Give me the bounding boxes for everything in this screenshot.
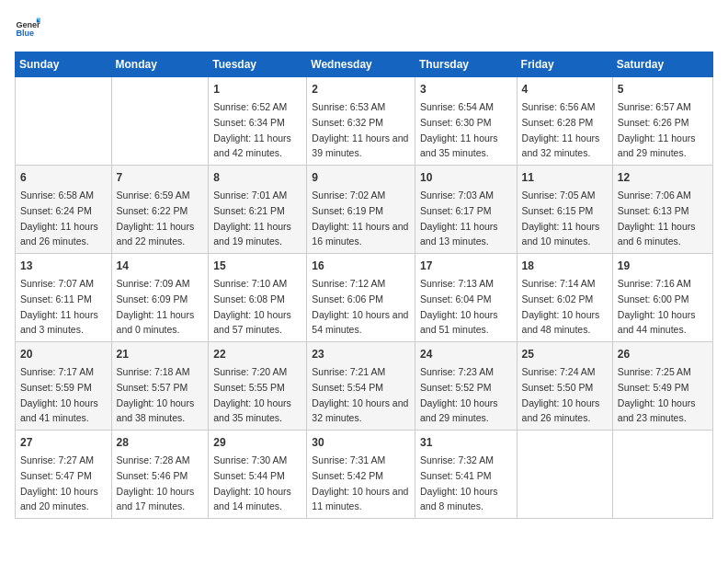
sunrise-text: Sunrise: 7:27 AM: [20, 454, 94, 465]
calendar-cell: 29Sunrise: 7:30 AMSunset: 5:44 PMDayligh…: [209, 431, 307, 519]
day-number: 7: [117, 169, 204, 186]
day-number: 24: [420, 346, 512, 362]
daylight-text: Daylight: 11 hours and 35 minutes.: [420, 132, 498, 159]
sunrise-text: Sunrise: 7:16 AM: [618, 278, 691, 289]
calendar-cell: 20Sunrise: 7:17 AMSunset: 5:59 PMDayligh…: [16, 342, 112, 431]
sunrise-text: Sunrise: 6:56 AM: [522, 101, 596, 112]
sunrise-text: Sunrise: 7:01 AM: [213, 190, 287, 201]
calendar-cell: 23Sunrise: 7:21 AMSunset: 5:54 PMDayligh…: [307, 342, 415, 431]
calendar-cell: 17Sunrise: 7:13 AMSunset: 6:04 PMDayligh…: [415, 254, 517, 342]
day-number: 28: [117, 434, 204, 451]
day-number: 9: [312, 169, 410, 186]
sunrise-text: Sunrise: 7:21 AM: [312, 366, 385, 377]
day-number: 31: [420, 434, 512, 451]
sunrise-text: Sunrise: 7:13 AM: [420, 278, 494, 289]
daylight-text: Daylight: 11 hours and 39 minutes.: [312, 132, 408, 159]
daylight-text: Daylight: 10 hours and 48 minutes.: [522, 309, 600, 336]
day-header-sunday: Sunday: [16, 52, 112, 77]
day-number: 11: [522, 169, 608, 186]
day-header-saturday: Saturday: [612, 52, 712, 77]
sunrise-text: Sunrise: 7:24 AM: [522, 366, 596, 377]
sunrise-text: Sunrise: 7:17 AM: [20, 366, 94, 377]
calendar-cell: [612, 431, 712, 519]
sunrise-text: Sunrise: 7:14 AM: [522, 278, 596, 289]
sunrise-text: Sunrise: 7:03 AM: [420, 190, 494, 201]
calendar-cell: 12Sunrise: 7:06 AMSunset: 6:13 PMDayligh…: [612, 166, 712, 254]
sunset-text: Sunset: 6:32 PM: [312, 117, 383, 128]
sunset-text: Sunset: 6:30 PM: [420, 117, 492, 128]
sunrise-text: Sunrise: 7:18 AM: [117, 366, 190, 377]
daylight-text: Daylight: 10 hours and 41 minutes.: [20, 397, 98, 424]
calendar-cell: 9Sunrise: 7:02 AMSunset: 6:19 PMDaylight…: [307, 166, 415, 254]
calendar-cell: 11Sunrise: 7:05 AMSunset: 6:15 PMDayligh…: [517, 166, 612, 254]
sunset-text: Sunset: 6:11 PM: [20, 293, 92, 304]
sunset-text: Sunset: 5:46 PM: [117, 470, 188, 481]
sunset-text: Sunset: 5:55 PM: [213, 382, 285, 393]
day-header-monday: Monday: [111, 52, 209, 77]
daylight-text: Daylight: 11 hours and 32 minutes.: [522, 132, 600, 159]
daylight-text: Daylight: 10 hours and 44 minutes.: [618, 309, 696, 336]
daylight-text: Daylight: 10 hours and 29 minutes.: [420, 397, 498, 424]
sunset-text: Sunset: 5:52 PM: [420, 382, 492, 393]
calendar-header-row: SundayMondayTuesdayWednesdayThursdayFrid…: [16, 52, 713, 77]
calendar-cell: 7Sunrise: 6:59 AMSunset: 6:22 PMDaylight…: [111, 166, 209, 254]
day-number: 30: [312, 434, 410, 451]
day-number: 23: [312, 346, 410, 362]
calendar-cell: 13Sunrise: 7:07 AMSunset: 6:11 PMDayligh…: [16, 254, 112, 342]
sunset-text: Sunset: 6:24 PM: [20, 205, 92, 216]
day-number: 4: [522, 81, 608, 98]
day-number: 8: [213, 169, 301, 186]
day-header-tuesday: Tuesday: [209, 52, 307, 77]
sunset-text: Sunset: 6:13 PM: [618, 205, 689, 216]
day-number: 19: [618, 258, 708, 274]
calendar-cell: 25Sunrise: 7:24 AMSunset: 5:50 PMDayligh…: [517, 342, 612, 431]
calendar-week-5: 27Sunrise: 7:27 AMSunset: 5:47 PMDayligh…: [16, 431, 713, 519]
calendar-cell: 5Sunrise: 6:57 AMSunset: 6:26 PMDaylight…: [612, 77, 712, 166]
calendar-week-4: 20Sunrise: 7:17 AMSunset: 5:59 PMDayligh…: [16, 342, 713, 431]
calendar-cell: 21Sunrise: 7:18 AMSunset: 5:57 PMDayligh…: [111, 342, 209, 431]
sunset-text: Sunset: 6:06 PM: [312, 293, 383, 304]
sunrise-text: Sunrise: 7:10 AM: [213, 278, 287, 289]
sunset-text: Sunset: 5:42 PM: [312, 470, 383, 481]
daylight-text: Daylight: 10 hours and 32 minutes.: [312, 397, 408, 424]
page-header: General Blue: [15, 15, 713, 40]
day-number: 5: [618, 81, 708, 98]
sunset-text: Sunset: 6:26 PM: [618, 117, 689, 128]
daylight-text: Daylight: 11 hours and 10 minutes.: [522, 221, 600, 247]
sunset-text: Sunset: 5:41 PM: [420, 470, 492, 481]
daylight-text: Daylight: 11 hours and 16 minutes.: [312, 221, 408, 247]
day-number: 1: [213, 81, 301, 98]
day-number: 6: [20, 169, 107, 186]
sunset-text: Sunset: 6:04 PM: [420, 293, 492, 304]
day-number: 27: [20, 434, 107, 451]
daylight-text: Daylight: 10 hours and 8 minutes.: [420, 486, 498, 512]
sunset-text: Sunset: 6:22 PM: [117, 205, 188, 216]
day-number: 2: [312, 81, 410, 98]
day-header-friday: Friday: [517, 52, 612, 77]
day-number: 15: [213, 258, 301, 274]
logo: General Blue: [15, 15, 40, 40]
calendar-cell: 15Sunrise: 7:10 AMSunset: 6:08 PMDayligh…: [209, 254, 307, 342]
sunrise-text: Sunrise: 7:07 AM: [20, 278, 94, 289]
daylight-text: Daylight: 10 hours and 17 minutes.: [117, 486, 195, 512]
calendar-cell: 3Sunrise: 6:54 AMSunset: 6:30 PMDaylight…: [415, 77, 517, 166]
daylight-text: Daylight: 11 hours and 29 minutes.: [618, 132, 696, 159]
daylight-text: Daylight: 11 hours and 42 minutes.: [213, 132, 291, 159]
calendar-week-2: 6Sunrise: 6:58 AMSunset: 6:24 PMDaylight…: [16, 166, 713, 254]
sunrise-text: Sunrise: 7:30 AM: [213, 454, 287, 465]
sunset-text: Sunset: 6:17 PM: [420, 205, 492, 216]
calendar-cell: [16, 77, 112, 166]
calendar-week-1: 1Sunrise: 6:52 AMSunset: 6:34 PMDaylight…: [16, 77, 713, 166]
day-number: 29: [213, 434, 301, 451]
calendar-cell: 24Sunrise: 7:23 AMSunset: 5:52 PMDayligh…: [415, 342, 517, 431]
sunset-text: Sunset: 6:09 PM: [117, 293, 188, 304]
daylight-text: Daylight: 10 hours and 38 minutes.: [117, 397, 195, 424]
calendar-cell: 27Sunrise: 7:27 AMSunset: 5:47 PMDayligh…: [16, 431, 112, 519]
daylight-text: Daylight: 10 hours and 54 minutes.: [312, 309, 408, 336]
daylight-text: Daylight: 10 hours and 20 minutes.: [20, 486, 98, 512]
day-number: 3: [420, 81, 512, 98]
calendar-cell: 31Sunrise: 7:32 AMSunset: 5:41 PMDayligh…: [415, 431, 517, 519]
daylight-text: Daylight: 11 hours and 19 minutes.: [213, 221, 291, 247]
sunrise-text: Sunrise: 7:06 AM: [618, 190, 691, 201]
day-number: 21: [117, 346, 204, 362]
